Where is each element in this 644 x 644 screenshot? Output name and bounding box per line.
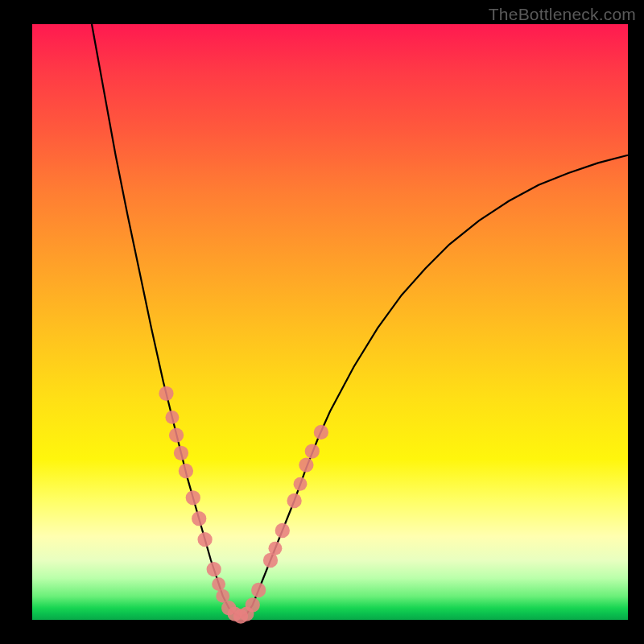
data-marker [174, 446, 188, 460]
data-marker [275, 523, 290, 538]
curve-markers [159, 386, 328, 624]
data-marker [294, 477, 308, 491]
curve-right-branch [241, 155, 628, 617]
chart-frame: TheBottleneck.com [0, 0, 644, 644]
data-marker [314, 425, 328, 440]
data-marker [287, 493, 301, 508]
data-marker [197, 532, 212, 547]
chart-svg [32, 24, 628, 620]
data-marker [179, 464, 193, 478]
data-marker [251, 583, 266, 597]
data-marker [159, 386, 173, 401]
data-marker [268, 542, 282, 555]
data-marker [305, 444, 320, 458]
data-marker [299, 457, 313, 472]
data-marker [212, 577, 225, 591]
data-marker [207, 562, 221, 576]
plot-area [32, 24, 628, 620]
curve-left-branch [92, 24, 241, 617]
data-marker [165, 411, 179, 424]
data-marker [169, 427, 184, 442]
data-marker [246, 597, 260, 612]
data-marker [192, 511, 206, 526]
data-marker [186, 490, 200, 505]
watermark-text: TheBottleneck.com [489, 5, 636, 24]
